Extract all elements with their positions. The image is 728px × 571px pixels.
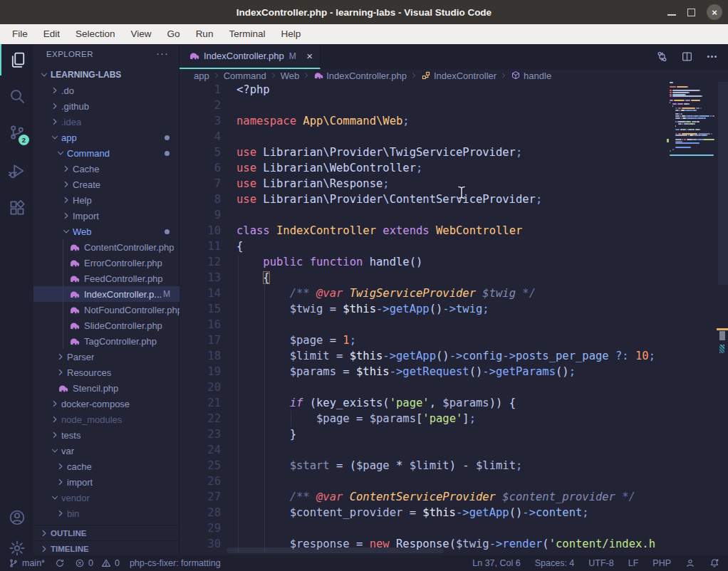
breadcrumb-item-handle[interactable]: handle <box>511 70 551 81</box>
status-cursor-position[interactable]: Ln 37, Col 6 <box>472 558 520 568</box>
tree-item-tagcontroller-php[interactable]: TagController.php <box>33 333 180 349</box>
open-changes-icon[interactable] <box>656 51 668 63</box>
tree-item-contentcontroller-php[interactable]: ContentController.php <box>33 239 180 255</box>
status-encoding[interactable]: UTF-8 <box>588 558 613 568</box>
tree-item-cache[interactable]: cache <box>33 459 180 474</box>
chevron-right-icon <box>56 508 66 518</box>
tab-close-icon[interactable]: × <box>306 50 313 62</box>
close-button[interactable]: × <box>707 4 722 20</box>
code-token: ( <box>542 538 548 550</box>
tree-item-feedcontroller-php[interactable]: FeedController.php <box>33 271 180 286</box>
tree-item-label: bin <box>67 508 79 519</box>
menu-item-help[interactable]: Help <box>273 24 308 44</box>
tree-item-app[interactable]: app <box>33 130 180 145</box>
status-feedback[interactable] <box>685 558 695 568</box>
breadcrumb-item-indexcontroller[interactable]: IndexController <box>421 70 496 81</box>
code-token: 'page' <box>390 397 430 409</box>
tab-indexcontroller[interactable]: IndexController.php M × <box>180 44 321 69</box>
tree-item-do[interactable]: .do <box>33 83 180 98</box>
tree-item-command[interactable]: Command <box>33 145 180 161</box>
tree-item-resources[interactable]: Resources <box>33 365 180 380</box>
tree-item-create[interactable]: Create <box>33 177 180 192</box>
horizontal-scrollbar[interactable] <box>227 548 444 553</box>
tree-item-var[interactable]: var <box>33 443 180 459</box>
activity-search-icon[interactable] <box>0 80 33 112</box>
menu-item-go[interactable]: Go <box>160 24 188 44</box>
status-notifications[interactable] <box>709 558 719 568</box>
tree-item-parser[interactable]: Parser <box>33 349 180 365</box>
activity-account-icon[interactable] <box>0 502 33 533</box>
code-token <box>256 177 263 190</box>
tree-item-bin[interactable]: bin <box>33 505 180 521</box>
menu-item-run[interactable]: Run <box>188 24 222 44</box>
minimap[interactable] <box>670 82 717 295</box>
status-eol[interactable]: LF <box>628 558 639 568</box>
status-sync-button[interactable] <box>55 558 65 568</box>
modified-dot-badge <box>165 135 170 140</box>
maximize-button[interactable] <box>687 9 695 16</box>
status-php-cs-fixer-status[interactable]: php-cs-fixer: formatting <box>130 558 221 568</box>
code-line-12: 12 public function handle() <box>180 254 667 270</box>
status-language-mode[interactable]: PHP <box>652 558 671 568</box>
chevron-right-icon <box>50 399 60 409</box>
menu-item-terminal[interactable]: Terminal <box>221 24 273 44</box>
breadcrumb-item-command[interactable]: Command <box>224 70 266 81</box>
activity-run-debug-icon[interactable] <box>0 155 33 187</box>
section-outline[interactable]: OUTLINE <box>33 525 180 540</box>
code-token <box>256 146 263 159</box>
menu-item-edit[interactable]: Edit <box>36 24 68 44</box>
activity-extensions-icon[interactable] <box>0 192 33 224</box>
tree-item-node-modules[interactable]: node_modules <box>33 412 180 427</box>
code-line-19: 19 $params = $this->getRequest()->getPar… <box>180 364 667 379</box>
tree-item-indexcontroller-p[interactable]: IndexController.p...M <box>33 286 180 302</box>
breadcrumb-item-app[interactable]: app <box>194 70 209 81</box>
vertical-scrollbar[interactable] <box>718 82 728 285</box>
tree-item-errorcontroller-php[interactable]: ErrorController.php <box>33 255 180 271</box>
php-file-icon <box>189 51 199 61</box>
tree-item-docker-compose[interactable]: docker-compose <box>33 396 180 412</box>
tree-item-idea[interactable]: .idea <box>33 114 180 130</box>
menu-item-view[interactable]: View <box>123 24 160 44</box>
line-number: 7 <box>180 176 221 192</box>
menu-item-file[interactable]: File <box>4 24 36 44</box>
activity-source-control-icon[interactable]: 2 <box>0 117 33 148</box>
tree-item-import[interactable]: import <box>33 474 180 490</box>
code-token: ; <box>569 365 576 378</box>
code-editor[interactable]: 1<?php23namespace App\Command\Web;45use … <box>180 82 728 555</box>
split-editor-icon[interactable] <box>681 51 693 63</box>
activity-explorer-icon[interactable] <box>0 44 33 75</box>
tree-item-help[interactable]: Help <box>33 192 180 208</box>
code-token: ( <box>383 397 389 409</box>
tree-item-notfoundcontroller-php[interactable]: NotFoundController.php <box>33 302 180 318</box>
tree-item-learning-labs[interactable]: LEARNING-LABS <box>33 67 180 83</box>
line-number: 11 <box>180 239 221 254</box>
tree-item-import[interactable]: Import <box>33 208 180 224</box>
breadcrumb-item-web[interactable]: Web <box>281 70 300 81</box>
code-token: ( <box>303 397 316 409</box>
code-token: $limit <box>410 459 449 472</box>
tree-item-slidecontroller-php[interactable]: SlideController.php <box>33 318 180 333</box>
code-token: 'page' <box>422 412 462 425</box>
code-token: content <box>536 506 582 519</box>
tree-item-stencil-php[interactable]: Stencil.php <box>33 380 180 396</box>
breadcrumb-item-indexcontroller-php[interactable]: IndexController.php <box>313 70 407 81</box>
section-timeline[interactable]: TIMELINE <box>33 540 180 556</box>
code-token: } <box>290 428 296 441</box>
tree-item-vendor[interactable]: vendor <box>33 490 180 505</box>
code-token: $twig <box>290 303 323 315</box>
tree-item-tests[interactable]: tests <box>33 427 180 443</box>
status-branch-status[interactable]: main* <box>9 558 45 568</box>
status-problems[interactable]: 00 <box>75 558 120 568</box>
tab-strip: IndexController.php M × <box>180 44 728 69</box>
code-token: () <box>410 256 423 268</box>
minimize-button[interactable] <box>667 14 676 16</box>
tree-item-web[interactable]: Web <box>33 224 180 239</box>
status-indentation[interactable]: Spaces: 4 <box>535 558 575 568</box>
breadcrumb-label: Web <box>281 70 300 81</box>
menu-item-selection[interactable]: Selection <box>68 24 123 44</box>
branch-icon <box>9 558 19 568</box>
more-actions-icon[interactable] <box>706 51 718 63</box>
tree-item-label: NotFoundController.php <box>84 305 180 315</box>
tree-item-cache[interactable]: Cache <box>33 161 180 177</box>
tree-item-github[interactable]: .github <box>33 98 180 114</box>
